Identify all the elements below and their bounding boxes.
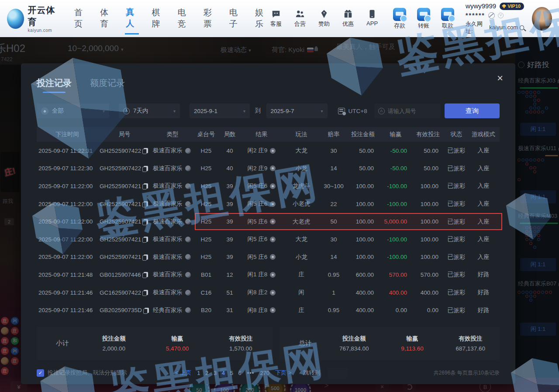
info-icon[interactable]: [185, 219, 191, 224]
eye-icon[interactable]: [270, 254, 276, 260]
page-number[interactable]: 3: [212, 368, 218, 378]
column-header: 类型: [167, 131, 179, 138]
modal-tab[interactable]: 投注记录: [37, 77, 72, 93]
customer-service-button[interactable]: 客服: [268, 9, 284, 28]
info-icon[interactable]: [185, 290, 191, 296]
nav-item[interactable]: 首页: [73, 3, 87, 34]
close-icon[interactable]: ×: [497, 73, 503, 83]
table-row[interactable]: 2025-09-07 11:22:00 GH2525907421 极速百家乐 H…: [37, 213, 500, 230]
table-row[interactable]: 2025-09-07 11:22:00 GH2525907421 极速百家乐 H…: [37, 177, 500, 195]
page-number[interactable]: 6: [237, 368, 243, 378]
filter-bar: ♠ 全部 ▾ 7天内 ▾ 2025-9-1 ▾ 到 2025-9-7 ▾ UTC…: [37, 103, 500, 118]
sponsor-button[interactable]: 赞助: [316, 9, 332, 28]
table-row[interactable]: 2025-09-07 11:22:31 GH2525907422 极速百家乐 H…: [37, 142, 500, 160]
prev-page-button[interactable]: < 上页: [175, 369, 191, 377]
info-icon[interactable]: [185, 237, 191, 242]
promotions-button[interactable]: 优惠: [340, 9, 356, 28]
info-icon[interactable]: [185, 254, 191, 260]
a-circle-icon: A: [378, 108, 385, 114]
jump-to-input[interactable]: [328, 368, 348, 378]
kaiyun-logo-icon: [7, 9, 24, 29]
eye-icon[interactable]: [270, 201, 276, 207]
partners-icon: [295, 9, 305, 19]
eye-icon[interactable]: [270, 183, 276, 189]
table-row[interactable]: 2025-09-07 11:21:46 GB202590735D 经典百家乐 B…: [37, 301, 500, 319]
info-icon[interactable]: [185, 272, 191, 278]
table-row[interactable]: 2025-09-07 11:22:00 GH2525907421 极速百家乐 H…: [37, 248, 500, 266]
app-download-button[interactable]: APP: [364, 9, 380, 28]
copy-icon[interactable]: [144, 166, 148, 171]
cell-table-no: H25: [201, 165, 212, 172]
eye-icon[interactable]: [270, 272, 276, 278]
column-header: 结果: [256, 131, 268, 138]
eye-icon[interactable]: [270, 237, 276, 242]
cell-game-mode: 入座: [478, 165, 490, 172]
nav-item[interactable]: 体育: [99, 3, 113, 34]
summary-item: 有效投注 687,137.60: [442, 335, 500, 352]
copy-icon[interactable]: [144, 290, 148, 295]
nav-item[interactable]: 真人: [125, 3, 139, 34]
page-number[interactable]: 2: [204, 368, 210, 378]
copy-icon[interactable]: [144, 272, 148, 277]
copy-icon[interactable]: [145, 308, 149, 313]
partnership-button[interactable]: 合营: [292, 9, 308, 28]
eye-icon[interactable]: [270, 219, 276, 224]
info-icon[interactable]: [185, 148, 191, 154]
date-from-dropdown[interactable]: 2025-9-1 ▾: [190, 103, 250, 118]
eye-icon[interactable]: [270, 148, 276, 154]
date-to-dropdown[interactable]: 2025-9-7 ▾: [266, 103, 328, 118]
search-icon[interactable]: [520, 25, 524, 30]
table-row[interactable]: 2025-09-07 11:22:00 GH2525907421 极速百家乐 H…: [37, 195, 500, 213]
eye-off-icon[interactable]: [488, 12, 495, 19]
checkbox-checked-icon[interactable]: ✓: [37, 369, 44, 377]
info-icon[interactable]: [185, 165, 191, 171]
page-number[interactable]: 1: [195, 368, 202, 378]
copy-icon[interactable]: [144, 219, 148, 224]
copy-icon[interactable]: [144, 148, 148, 153]
page-number[interactable]: 4: [220, 368, 227, 378]
next-page-button[interactable]: 下页 >: [275, 369, 291, 377]
pager: < 上页 1 2 3 4 5 6 •••: [175, 368, 348, 378]
info-icon[interactable]: [185, 183, 191, 189]
game-type-dropdown[interactable]: ♠ 全部 ▾: [37, 103, 109, 118]
nav-item[interactable]: 棋牌: [151, 3, 165, 34]
table-row[interactable]: 2025-09-07 11:21:46 GC1625907422 极速百家乐 C…: [37, 284, 500, 302]
cell-table-no: H25: [201, 218, 212, 225]
copy-icon[interactable]: [144, 201, 148, 206]
cell-game-type: 极速百家乐: [151, 253, 191, 261]
page-number[interactable]: 5: [228, 368, 235, 378]
modal-tab[interactable]: 额度记录: [90, 77, 125, 93]
table-row[interactable]: 2025-09-07 11:22:30 GH2525907422 极速百家乐 H…: [37, 160, 500, 178]
eye-icon[interactable]: [270, 290, 276, 296]
date-range-dropdown[interactable]: 7天内 ▾: [119, 103, 180, 118]
withdraw-button[interactable]: 取款: [439, 8, 456, 30]
transfer-button[interactable]: 转账: [415, 8, 432, 30]
copy-icon[interactable]: [144, 254, 148, 260]
eye-icon[interactable]: [270, 307, 276, 313]
brand-title: 开云体育: [28, 4, 59, 28]
copy-icon[interactable]: [144, 237, 148, 242]
nav-item[interactable]: 电子: [228, 3, 242, 34]
copy-icon[interactable]: [144, 183, 148, 189]
user-avatar[interactable]: [532, 7, 552, 31]
info-icon[interactable]: [185, 307, 191, 313]
nav-item[interactable]: 电竞: [177, 3, 191, 34]
nav-item[interactable]: 彩票: [203, 3, 217, 34]
v-circle-icon[interactable]: V: [498, 13, 504, 18]
query-button[interactable]: 查询: [445, 103, 500, 118]
deposit-button[interactable]: 存款: [391, 8, 408, 30]
site-logo[interactable]: 开云体育 kaiyun.com: [7, 4, 59, 33]
table-row[interactable]: 2025-09-07 11:21:48 GB0125907446 极速百家乐 B…: [37, 266, 500, 284]
table-row[interactable]: 2025-09-07 11:22:00 GH2525907421 极速百家乐 H…: [37, 230, 500, 248]
permanent-url[interactable]: kaiyun.com: [489, 24, 518, 31]
display-mode-checkbox[interactable]: ✓ 投注记录按照局、玩法分别显示: [37, 369, 127, 377]
summary-item: 有效投注 1,570.00: [209, 335, 273, 352]
modal-tabs: 投注记录 额度记录: [37, 63, 500, 93]
info-icon[interactable]: [185, 201, 191, 207]
round-id-input[interactable]: [388, 108, 437, 114]
last-page-number[interactable]: 270: [258, 368, 271, 378]
cell-game-mode: 入座: [478, 147, 490, 155]
eye-icon[interactable]: [270, 165, 276, 171]
nav-item[interactable]: 娱乐: [254, 3, 268, 34]
round-id-search[interactable]: A: [374, 103, 441, 118]
